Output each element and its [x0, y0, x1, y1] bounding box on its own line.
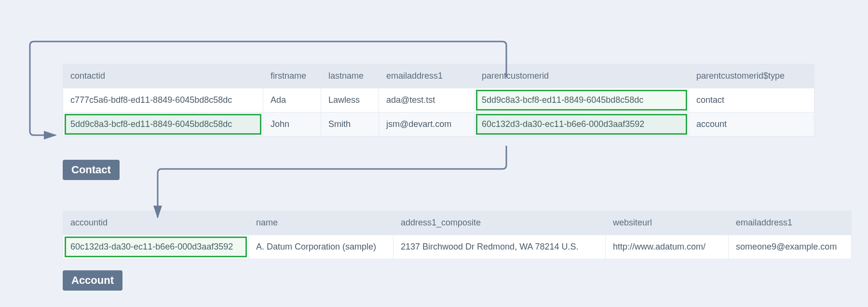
contact-cell: 60c132d3-da30-ec11-b6e6-000d3aaf3592: [475, 112, 689, 137]
arrow-contact-to-account: [158, 146, 506, 217]
contact-cell: Lawless: [321, 88, 379, 112]
account-col-name: name: [249, 211, 393, 235]
account-cell: A. Datum Corporation (sample): [249, 235, 393, 259]
account-col-address1composite: address1_composite: [393, 211, 606, 235]
account-col-accountid: accountid: [63, 211, 249, 235]
contact-cell: c777c5a6-bdf8-ed11-8849-6045bd8c58dc: [63, 88, 263, 112]
account-col-websiteurl: websiteurl: [606, 211, 729, 235]
account-cell: someone9@example.com: [729, 235, 852, 259]
contact-header-row: contactid firstname lastname emailaddres…: [63, 64, 814, 88]
contact-col-parentcustomerid: parentcustomerid: [475, 64, 689, 88]
table-row: 5dd9c8a3-bcf8-ed11-8849-6045bd8c58dcJohn…: [63, 112, 814, 137]
contact-table: contactid firstname lastname emailaddres…: [63, 64, 814, 137]
account-cell: 60c132d3-da30-ec11-b6e6-000d3aaf3592: [63, 235, 249, 259]
contact-col-lastname: lastname: [321, 64, 379, 88]
account-col-emailaddress1: emailaddress1: [729, 211, 852, 235]
contact-cell: John: [263, 112, 321, 137]
contact-col-emailaddress1: emailaddress1: [379, 64, 475, 88]
table-row: c777c5a6-bdf8-ed11-8849-6045bd8c58dcAdaL…: [63, 88, 814, 112]
connector-layer: [0, 0, 868, 307]
contact-cell: jsm@devart.com: [379, 112, 475, 137]
contact-cell: 5dd9c8a3-bcf8-ed11-8849-6045bd8c58dc: [475, 88, 689, 112]
contact-cell: 5dd9c8a3-bcf8-ed11-8849-6045bd8c58dc: [63, 112, 263, 137]
contact-col-firstname: firstname: [263, 64, 321, 88]
account-cell: 2137 Birchwood Dr Redmond, WA 78214 U.S.: [393, 235, 606, 259]
diagram-canvas: contactid firstname lastname emailaddres…: [0, 0, 868, 307]
contact-cell: contact: [689, 88, 814, 112]
contact-col-parentcustomeridtype: parentcustomerid$type: [689, 64, 814, 88]
contact-cell: Ada: [263, 88, 321, 112]
table-row: 60c132d3-da30-ec11-b6e6-000d3aaf3592A. D…: [63, 235, 852, 259]
account-label: Account: [63, 270, 122, 291]
account-table: accountid name address1_composite websit…: [63, 210, 852, 259]
account-cell: http://www.adatum.com/: [606, 235, 729, 259]
contact-cell: ada@test.tst: [379, 88, 475, 112]
contact-label: Contact: [63, 160, 120, 180]
contact-cell: Smith: [321, 112, 379, 137]
contact-col-contactid: contactid: [63, 64, 263, 88]
contact-cell: account: [689, 112, 814, 137]
account-header-row: accountid name address1_composite websit…: [63, 211, 852, 235]
